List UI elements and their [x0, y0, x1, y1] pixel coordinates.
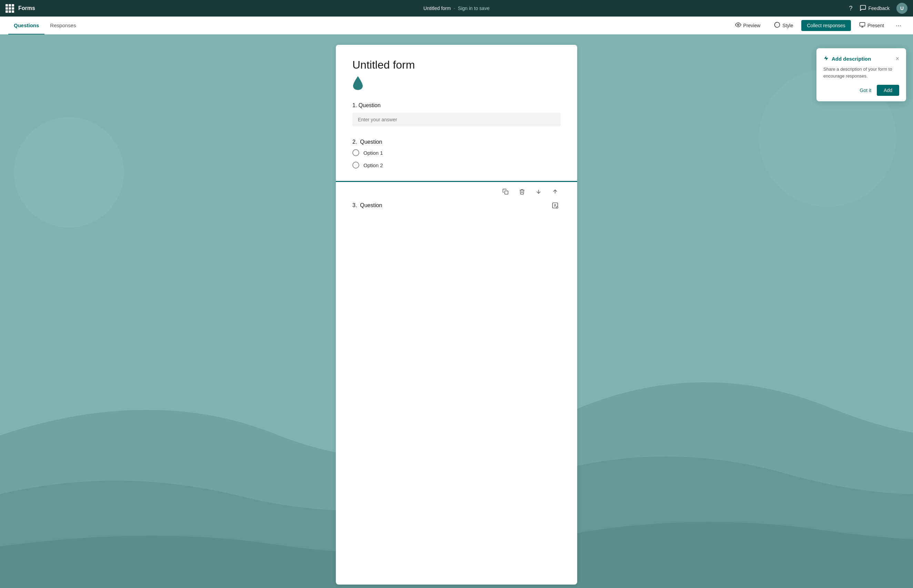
center-wrapper: Untitled form 1. Question 2. Questi — [0, 34, 913, 588]
navbar-right: ? Feedback U — [849, 3, 908, 14]
option-2-row: Option 2 — [352, 162, 561, 168]
option-1-radio[interactable] — [352, 149, 359, 156]
bolt-icon — [823, 55, 829, 62]
form-card: Untitled form 1. Question 2. Questi — [336, 45, 577, 585]
question-3-edit-icon[interactable] — [549, 200, 561, 211]
form-title[interactable]: Untitled form — [352, 58, 561, 71]
help-icon: ? — [849, 5, 853, 12]
question-1-input[interactable] — [352, 113, 561, 126]
avatar[interactable]: U — [897, 3, 908, 14]
tooltip-popup: Add description × Share a description of… — [816, 48, 906, 101]
question-2-label: 2. Question — [352, 139, 561, 145]
more-button[interactable]: ··· — [892, 19, 905, 32]
active-question-divider — [336, 181, 577, 182]
question-1-label: 1. Question — [352, 102, 561, 108]
question-1-number: 1. — [352, 102, 357, 108]
option-1-label: Option 1 — [364, 150, 383, 156]
svg-point-0 — [737, 24, 739, 26]
sign-in-link[interactable]: Sign in to save — [458, 5, 490, 11]
navbar: Forms Untitled form - Sign in to save ? … — [0, 0, 913, 16]
tooltip-header: Add description × — [823, 55, 899, 62]
question-3-label: 3. Question — [352, 202, 382, 208]
question-2-number: 2. — [352, 139, 357, 145]
tooltip-close-button[interactable]: × — [895, 55, 899, 62]
avatar-letter: U — [900, 5, 904, 11]
style-button[interactable]: Style — [769, 19, 798, 32]
main-area: Untitled form 1. Question 2. Questi — [0, 34, 913, 588]
q3-toolbar — [352, 186, 561, 197]
preview-icon — [735, 22, 741, 29]
style-icon — [774, 22, 780, 29]
option-2-label: Option 2 — [364, 162, 383, 168]
question-3-text[interactable]: Question — [360, 202, 382, 208]
question-3-number: 3. — [352, 202, 357, 208]
navbar-separator: - — [453, 5, 455, 11]
present-button[interactable]: Present — [854, 19, 890, 32]
option-2-radio[interactable] — [352, 162, 359, 168]
copy-button[interactable] — [500, 186, 511, 197]
svg-rect-2 — [860, 23, 865, 26]
tooltip-title: Add description — [823, 55, 871, 62]
question-2-block: 2. Question Option 1 Option 2 — [352, 139, 561, 168]
tooltip-add-button[interactable]: Add — [877, 85, 899, 96]
svg-marker-11 — [824, 56, 828, 60]
feedback-button[interactable]: Feedback — [860, 5, 890, 12]
question-3-block: 3. Question — [352, 200, 561, 211]
tab-bar-right: Preview Style Collect responses Present — [730, 19, 905, 32]
app-name: Forms — [18, 5, 35, 11]
navbar-center: Untitled form - Sign in to save — [423, 5, 490, 11]
question-1-block: 1. Question — [352, 102, 561, 126]
tab-responses[interactable]: Responses — [44, 17, 81, 35]
got-it-button[interactable]: Got it — [860, 87, 871, 93]
option-1-row: Option 1 — [352, 149, 561, 156]
drop-svg-icon — [352, 76, 364, 90]
collect-responses-button[interactable]: Collect responses — [801, 20, 851, 31]
app-grid-icon[interactable] — [5, 4, 14, 13]
form-theme-icon — [352, 76, 561, 91]
delete-button[interactable] — [517, 186, 528, 197]
tab-bar-left: Questions Responses — [8, 16, 81, 34]
present-icon — [859, 22, 865, 29]
svg-rect-6 — [505, 191, 508, 194]
preview-button[interactable]: Preview — [730, 19, 766, 32]
tab-bar: Questions Responses Preview Style — [0, 16, 913, 34]
chat-icon — [860, 5, 866, 12]
more-icon: ··· — [896, 21, 902, 29]
tooltip-description: Share a description of your form to enco… — [823, 66, 899, 79]
tab-questions[interactable]: Questions — [8, 17, 44, 35]
move-up-button[interactable] — [549, 186, 561, 197]
feedback-label: Feedback — [869, 5, 890, 11]
question-1-text: Question — [359, 102, 381, 108]
question-2-text: Question — [360, 139, 382, 145]
tooltip-actions: Got it Add — [823, 85, 899, 96]
help-icon-btn[interactable]: ? — [849, 5, 853, 12]
form-name-display: Untitled form — [423, 5, 451, 11]
move-down-button[interactable] — [533, 186, 544, 197]
